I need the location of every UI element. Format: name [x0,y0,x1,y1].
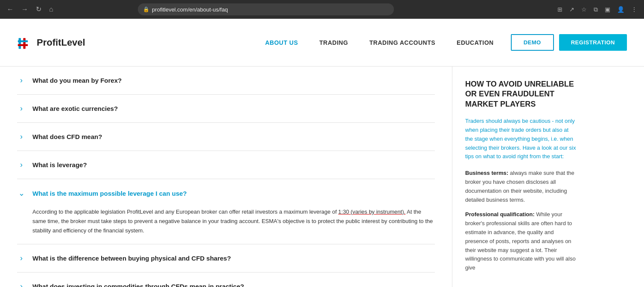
logo-icon [17,35,32,50]
address-bar[interactable]: 🔒 profitlevel.com/en/about-us/faq [138,3,394,15]
reload-button[interactable]: ↻ [34,4,43,14]
faq-item-forex: › What do you mean by Forex? [17,67,435,95]
faq-question-text-cfd: What does CFD mean? [32,133,102,140]
bookmark-icon[interactable]: ☆ [580,4,589,15]
faq-question-text-physical-cfd: What is the difference between buying ph… [32,255,231,262]
chevron-right-icon-4: › [17,160,26,169]
faq-question-forex[interactable]: › What do you mean by Forex? [17,67,435,94]
faq-question-commodities[interactable]: › What does investing in commodities thr… [17,273,435,287]
lock-icon: 🔒 [143,6,149,12]
faq-question-cfd[interactable]: › What does CFD mean? [17,123,435,151]
extension-icon[interactable]: ⧉ [592,4,600,15]
faq-question-text-commodities: What does investing in commodities throu… [32,283,244,287]
menu-icon[interactable]: ⋮ [629,4,639,15]
faq-question-text-leverage: What is leverage? [32,161,87,168]
svg-rect-3 [18,44,28,46]
url-text: profitlevel.com/en/about-us/faq [152,6,228,13]
browser-actions: ⊞ ↗ ☆ ⧉ ▣ 👤 ⋮ [556,4,639,15]
nav-trading-accounts[interactable]: TRADING ACCOUNTS [370,39,435,46]
main-nav: ABOUT US TRADING TRADING ACCOUNTS EDUCAT… [265,39,494,46]
sidebar-title: HOW TO AVOID UNRELIABLE OR EVEN FRAUDULE… [465,79,576,109]
nav-education[interactable]: EDUCATION [457,39,494,46]
business-terms-label: Business terms: [465,170,508,176]
nav-buttons: DEMO REGISTRATION [511,34,627,51]
faq-question-text-exotic: What are exotic currencies? [32,105,118,112]
nav-about-us[interactable]: ABOUT US [265,39,298,46]
faq-item-physical-cfd: › What is the difference between buying … [17,244,435,273]
leverage-highlight: 1:30 (varies by instrument). [338,209,406,215]
faq-answer-text-max-leverage: According to the applicable legislation … [32,209,433,234]
faq-question-physical-cfd[interactable]: › What is the difference between buying … [17,244,435,272]
svg-rect-2 [18,40,28,42]
sidebar-body: Business terms: always make sure that th… [465,169,576,273]
logo-text: ProfitLevel [37,37,85,48]
profile-icon[interactable]: 👤 [615,4,626,15]
faq-answer-max-leverage: According to the applicable legislation … [17,207,435,244]
forward-button[interactable]: → [20,4,30,14]
faq-question-text-forex: What do you mean by Forex? [32,77,122,84]
logo[interactable]: ProfitLevel [17,35,85,50]
chevron-right-icon-3: › [17,132,26,141]
back-button[interactable]: ← [5,4,15,14]
chevron-right-icon-6: › [17,282,26,287]
site-header: ProfitLevel ABOUT US TRADING TRADING ACC… [0,19,644,67]
sidebar-term-business: Business terms: always make sure that th… [465,169,576,204]
professional-label: Professional qualification: [465,211,535,217]
faq-item-max-leverage: ⌄ What is the maximum possible leverage … [17,179,435,244]
faq-question-leverage[interactable]: › What is leverage? [17,151,435,179]
faq-section: › What do you mean by Forex? › What are … [0,67,452,287]
chevron-down-icon: ⌄ [17,188,26,198]
translate-icon[interactable]: ⊞ [556,4,564,15]
sidebar-term-professional: Professional qualification: While your b… [465,210,576,273]
faq-item-exotic: › What are exotic currencies? [17,95,435,123]
demo-button[interactable]: DEMO [511,34,554,51]
nav-trading[interactable]: TRADING [319,39,348,46]
faq-item-commodities: › What does investing in commodities thr… [17,273,435,287]
faq-question-exotic[interactable]: › What are exotic currencies? [17,95,435,122]
chevron-right-icon-5: › [17,254,26,263]
home-button[interactable]: ⌂ [47,4,55,14]
chevron-right-icon-2: › [17,104,26,113]
svg-rect-0 [19,38,21,49]
sidebar: HOW TO AVOID UNRELIABLE OR EVEN FRAUDULE… [452,67,589,287]
faq-item-cfd: › What does CFD mean? [17,123,435,151]
share-icon[interactable]: ↗ [568,4,576,15]
faq-question-text-max-leverage: What is the maximum possible leverage I … [32,190,187,197]
svg-rect-1 [23,38,25,49]
main-layout: › What do you mean by Forex? › What are … [0,67,644,287]
faq-question-max-leverage[interactable]: ⌄ What is the maximum possible leverage … [17,179,435,207]
registration-button[interactable]: REGISTRATION [559,34,627,51]
sidebar-intro: Traders should always be cautious - not … [465,117,576,161]
faq-item-leverage: › What is leverage? [17,151,435,179]
tab-icon[interactable]: ▣ [603,4,612,15]
professional-text: While your broker's professional skills … [465,211,576,271]
chevron-right-icon: › [17,76,26,85]
browser-chrome: ← → ↻ ⌂ 🔒 profitlevel.com/en/about-us/fa… [0,0,644,19]
